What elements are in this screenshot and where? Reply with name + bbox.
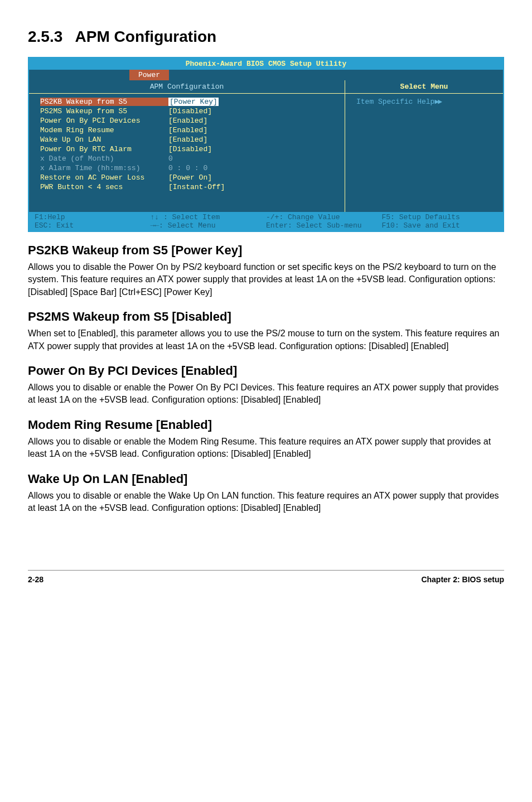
bios-right-pane: Select Menu Item Specific Help▶▶ <box>345 80 503 212</box>
bios-help-body: Item Specific Help▶▶ <box>345 94 503 109</box>
subsection-body: Allows you to disable or enable the Wake… <box>28 490 504 515</box>
bios-setting-row: x Alarm Time (hh:mm:ss) 0 : 0 : 0 <box>40 163 333 173</box>
bios-setting-value: [Disabled] <box>168 145 333 153</box>
bios-body: APM Configuration PS2KB Wakeup from S5[P… <box>29 80 503 212</box>
section-title-text: APM Configuration <box>75 28 217 45</box>
bios-tab-power: Power <box>129 70 169 80</box>
bios-setting-row: Wake Up On LAN[Enabled] <box>40 135 333 144</box>
subsection-body: Allows you to disable or enable the Powe… <box>28 381 504 407</box>
bios-setting-row: Restore on AC Power Loss[Power On] <box>40 173 333 182</box>
bios-footer-col3: -/+: Change Value Enter: Select Sub-menu <box>266 213 382 230</box>
bios-setting-row: x Date (of Month) 0 <box>40 154 333 163</box>
bios-selected-value: [Power Key] <box>168 98 219 106</box>
bios-setting-value: [Instant-Off] <box>168 183 333 191</box>
bios-setting-row: Modem Ring Resume[Enabled] <box>40 125 333 135</box>
bios-setting-label: Modem Ring Resume <box>40 126 168 134</box>
bios-setting-label: Wake Up On LAN <box>40 136 168 144</box>
bios-setting-value: 0 <box>168 154 333 163</box>
section-heading: 2.5.3 APM Configuration <box>28 28 504 46</box>
subsection-heading: Power On By PCI Devices [Enabled] <box>28 364 504 378</box>
subsection-body: Allows you to disable or enable the Mode… <box>28 436 504 461</box>
bios-setting-value: [Power On] <box>168 173 333 182</box>
subsection-body: Allows you to disable the Power On by PS… <box>28 261 504 298</box>
bios-setting-row: PWR Button < 4 secs[Instant-Off] <box>40 182 333 192</box>
bios-setting-label: PS2MS Wakeup from S5 <box>40 107 168 115</box>
bios-setting-value: [Enabled] <box>168 117 333 125</box>
bios-setting-label: Power On By PCI Devices <box>40 117 168 125</box>
bios-setting-row: Power On By RTC Alarm[Disabled] <box>40 144 333 154</box>
bios-tab-row: Power <box>29 70 503 80</box>
double-arrow-icon: ▶▶ <box>434 98 441 106</box>
subsection-heading: PS2KB Wakeup from S5 [Power Key] <box>28 243 504 258</box>
bios-setting-row: PS2KB Wakeup from S5[Power Key] <box>40 97 333 107</box>
bios-setting-value: [Enabled] <box>168 126 333 134</box>
chapter-label: Chapter 2: BIOS setup <box>421 575 504 584</box>
bios-footer-col4: F5: Setup Defaults F10: Save and Exit <box>382 213 498 230</box>
subsections-container: PS2KB Wakeup from S5 [Power Key]Allows y… <box>28 243 504 514</box>
bios-setting-value: [Power Key] <box>168 98 333 106</box>
bios-setting-value: 0 : 0 : 0 <box>168 164 333 172</box>
bios-right-header: Select Menu <box>345 80 503 94</box>
bios-setting-row: Power On By PCI Devices[Enabled] <box>40 116 333 125</box>
section-number: 2.5.3 <box>28 28 62 45</box>
bios-setting-label: PWR Button < 4 secs <box>40 183 168 191</box>
bios-setting-label: x Alarm Time (hh:mm:ss) <box>40 164 168 172</box>
bios-setting-row: PS2MS Wakeup from S5[Disabled] <box>40 107 333 116</box>
bios-left-pane: APM Configuration PS2KB Wakeup from S5[P… <box>29 80 345 212</box>
bios-setting-value: [Enabled] <box>168 136 333 144</box>
bios-setting-label: Power On By RTC Alarm <box>40 145 168 153</box>
bios-settings-list: PS2KB Wakeup from S5[Power Key] PS2MS Wa… <box>29 94 345 212</box>
bios-window-title: Phoenix-Award BIOS CMOS Setup Utility <box>29 58 503 70</box>
bios-left-header: APM Configuration <box>29 80 345 94</box>
subsection-heading: Modem Ring Resume [Enabled] <box>28 418 504 432</box>
bios-footer: F1:Help ESC: Exit ↑↓ : Select Item →←: S… <box>29 212 503 231</box>
bios-setting-value: [Disabled] <box>168 107 333 115</box>
page-footer: 2-28 Chapter 2: BIOS setup <box>28 570 504 584</box>
bios-setting-label: x Date (of Month) <box>40 154 168 163</box>
bios-screenshot: Phoenix-Award BIOS CMOS Setup Utility Po… <box>28 57 504 232</box>
bios-footer-col1: F1:Help ESC: Exit <box>35 213 151 230</box>
bios-help-text: Item Specific Help <box>356 98 434 106</box>
bios-setting-label: Restore on AC Power Loss <box>40 173 168 182</box>
subsection-heading: Wake Up On LAN [Enabled] <box>28 472 504 486</box>
bios-setting-label: PS2KB Wakeup from S5 <box>40 98 168 106</box>
subsection-body: When set to [Enabled], this parameter al… <box>28 327 504 352</box>
bios-footer-col2: ↑↓ : Select Item →←: Select Menu <box>151 213 267 230</box>
subsection-heading: PS2MS Wakeup from S5 [Disabled] <box>28 310 504 324</box>
page-number: 2-28 <box>28 575 43 584</box>
